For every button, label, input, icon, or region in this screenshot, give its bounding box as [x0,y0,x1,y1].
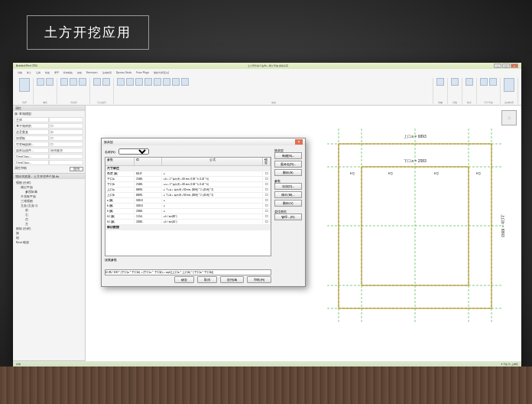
param-value[interactable]: 2583. [135,178,162,181]
param-value[interactable]: 500.0 [135,199,162,202]
tool-icon[interactable] [163,78,170,86]
add-param-button[interactable]: 添加(D)... [274,183,302,190]
lock-checkbox[interactable]: ☐ [263,194,271,197]
prop-value[interactable] [49,160,83,165]
lock-checkbox[interactable]: ☐ [263,178,271,181]
modify-param-button[interactable]: 修改(M)... [274,191,302,198]
tool-icon[interactable] [70,78,77,86]
param-formula[interactable]: = h / tan(60°) [162,215,263,218]
prop-value[interactable] [49,154,83,159]
tab[interactable]: 插入 [27,71,31,74]
param-formula[interactable]: = [162,204,263,207]
param-name[interactable]: 角度 (默 [105,172,135,175]
param-value[interactable]: 1154. [135,215,162,218]
lock-checkbox[interactable]: ☐ [263,199,271,202]
name-select[interactable] [118,148,149,155]
param-value[interactable]: 60.0° [135,172,162,175]
family-type[interactable]: 族: 常规模型 [15,112,83,116]
lock-checkbox[interactable]: ☐ [263,188,271,191]
tool-icon[interactable] [466,78,473,86]
param-value[interactable]: 500.0 [135,204,162,207]
help-button[interactable]: 帮助(H) [247,276,271,283]
param-name[interactable]: h1 (默 [105,215,135,218]
param-name[interactable]: 上口a [105,188,135,191]
param-name[interactable]: h (默 [105,210,135,213]
param-formula[interactable]: = 下口a + 块角度 + 60 mm, (60度) * 2, (45度) * … [162,188,263,191]
prop-value[interactable]: ☐ [49,123,83,129]
dialog-titlebar[interactable]: 族类型 × [102,138,305,145]
cancel-button[interactable]: 取消 [197,276,217,283]
param-row[interactable]: a (默500.0=☐ [105,198,271,204]
tab[interactable]: 族编辑器 [102,71,112,74]
new-type-button[interactable]: 新建(N)... [274,152,302,159]
param-formula[interactable]: = [162,210,263,213]
ok-button[interactable]: 确定 [174,276,194,283]
maximize-button[interactable]: □ [502,64,510,68]
param-row[interactable]: 上口b6893.= 下口b + 块角度 + 60 mm, (60度) * 2, … [105,193,271,198]
tool-icon[interactable] [79,78,86,86]
tool-icon[interactable] [117,78,125,86]
prop-value[interactable]: ☐ [49,142,83,147]
param-name[interactable]: 下口b [105,183,135,186]
param-name[interactable]: 下口a [105,178,135,181]
tool-icon[interactable] [135,78,143,86]
tab[interactable]: Fuzor Plugin [136,71,149,74]
param-row[interactable]: b (默500.0=☐ [105,204,271,209]
prop-value[interactable]: 使用直径 [49,148,83,153]
tool-icon[interactable] [102,78,110,86]
param-value[interactable]: 6893. [135,188,162,191]
manage-button[interactable]: 管理...(G) [274,213,302,220]
tab[interactable]: 管理 [54,71,59,74]
tool-icon[interactable] [60,78,68,86]
tab[interactable]: 注释 [36,71,41,74]
col-header[interactable]: 参数 [105,158,135,165]
param-name[interactable]: h1 (默 [105,220,135,223]
tool-icon[interactable] [451,78,459,86]
remove-param-button[interactable]: 删除(V) [274,200,302,207]
tool-icon[interactable] [480,78,488,86]
param-row[interactable]: h1 (默1154.= h / tan(60°)☐ [105,214,271,220]
tool-icon[interactable] [37,78,44,86]
lock-checkbox[interactable]: ☐ [263,220,271,223]
param-row[interactable]: 下口a2583.= b + 2 * 块角度 + 60 mm, 0.58 * h,… [105,177,271,182]
param-formula[interactable]: = [162,199,263,202]
tool-icon[interactable] [172,78,180,86]
param-name[interactable]: b (默 [105,204,135,207]
minimize-button[interactable]: – [494,64,501,68]
param-value[interactable]: 2583. [135,183,162,186]
prop-value[interactable]: ☐ [49,135,83,141]
col-header[interactable]: 锁定 [263,158,271,165]
col-header[interactable]: 公式 [162,158,263,165]
param-row[interactable]: h (默2000.=☐ [105,209,271,214]
tool-icon[interactable] [144,78,152,86]
tab[interactable]: 创建 [18,71,22,74]
param-name[interactable]: a (默 [105,199,135,202]
lock-checkbox[interactable]: ☐ [263,204,271,207]
close-icon[interactable]: × [295,139,303,145]
param-row[interactable]: 角度 (默60.0°=☐ [105,171,271,177]
tool-icon[interactable] [46,78,54,86]
param-row[interactable]: 下口b2583.= a + 2 * 块角度 + 60 mm, 0.58 * h,… [105,182,271,187]
tree-node[interactable]: Revit 链接 [15,240,83,245]
tab[interactable]: 建模大师(通用) [154,71,169,74]
param-formula[interactable]: = h / tan(45°) [162,220,263,223]
tab[interactable]: Dynamo Studio [116,71,132,74]
prop-value[interactable] [49,117,83,122]
lock-checkbox[interactable]: ☐ [263,210,271,213]
tool-icon[interactable] [436,78,444,86]
rename-button[interactable]: 重命名(R)... [274,161,302,168]
param-name[interactable]: 上口b [105,194,135,197]
close-button[interactable]: × [511,64,518,68]
param-value[interactable]: 2000. [135,220,162,223]
param-formula[interactable]: = b + 2 * 块角度 + 60 mm, 0.58 * h, 0.42 * … [162,178,263,181]
tab[interactable]: 修改 [77,71,82,74]
tool-icon[interactable] [93,78,101,86]
lock-checkbox[interactable]: ☐ [263,172,271,175]
tab[interactable]: 附加模块 [63,71,73,74]
apply-button[interactable]: 应用(A) [220,276,244,283]
param-formula[interactable]: = 下口b + 块角度 + 60 mm, (60度) * 2, (45度) * … [162,194,263,197]
delete-type-button[interactable]: 删除(E) [274,169,302,176]
param-formula[interactable]: = [162,172,263,175]
tool-icon[interactable] [504,78,514,92]
param-formula[interactable]: = a + 2 * 块角度 + 60 mm, 0.58 * h, 0.42 * … [162,183,263,186]
